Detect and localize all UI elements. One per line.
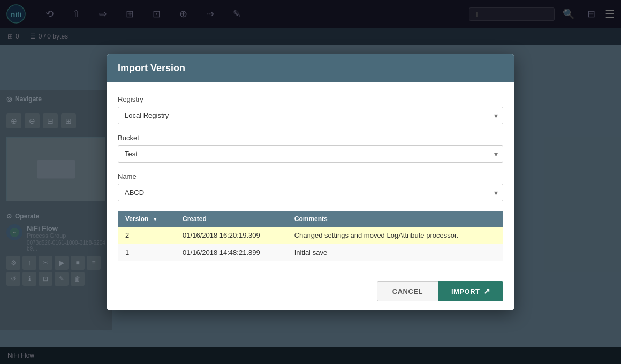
registry-select-wrapper: Local Registry ▾ (118, 107, 503, 124)
sort-arrow-icon: ▼ (153, 216, 158, 222)
row-created: 01/16/2018 16:20:19.309 (175, 227, 287, 244)
modal-footer: CANCEL IMPORT ↗ (107, 272, 514, 310)
bucket-label: Bucket (118, 134, 503, 142)
row-comments: Initial save (287, 244, 503, 261)
table-row[interactable]: 1 01/16/2018 14:48:21.899 Initial save (118, 244, 503, 261)
bucket-group: Bucket Test ▾ (118, 134, 503, 163)
registry-group: Registry Local Registry ▾ (118, 95, 503, 124)
registry-label: Registry (118, 95, 503, 103)
import-button[interactable]: IMPORT ↗ (438, 281, 503, 301)
modal-body: Registry Local Registry ▾ Bucket Test ▾ (107, 82, 514, 272)
name-select[interactable]: ABCD (118, 184, 503, 201)
row-comments: Changed settings and moved LogAttribute … (287, 227, 503, 244)
version-table-body: 2 01/16/2018 16:20:19.309 Changed settin… (118, 227, 503, 261)
table-row[interactable]: 2 01/16/2018 16:20:19.309 Changed settin… (118, 227, 503, 244)
registry-select[interactable]: Local Registry (118, 107, 503, 124)
import-version-modal: Import Version Registry Local Registry ▾… (107, 54, 514, 310)
name-select-wrapper: ABCD ▾ (118, 184, 503, 201)
modal-title: Import Version (118, 63, 185, 73)
name-group: Name ABCD ▾ (118, 172, 503, 201)
table-header-row: Version ▼ Created Comments (118, 211, 503, 227)
cancel-button[interactable]: CANCEL (377, 281, 438, 301)
bucket-select-wrapper: Test ▾ (118, 145, 503, 163)
row-version: 1 (118, 244, 175, 261)
version-column-header[interactable]: Version ▼ (118, 211, 175, 227)
version-table: Version ▼ Created Comments 2 (118, 211, 503, 261)
import-cursor-icon: ↗ (483, 286, 491, 296)
row-version: 2 (118, 227, 175, 244)
comments-column-header: Comments (287, 211, 503, 227)
name-label: Name (118, 172, 503, 180)
row-created: 01/16/2018 14:48:21.899 (175, 244, 287, 261)
import-button-label: IMPORT (451, 287, 480, 295)
bucket-select[interactable]: Test (118, 145, 503, 163)
created-column-header: Created (175, 211, 287, 227)
modal-header: Import Version (107, 54, 514, 82)
modal-overlay: Import Version Registry Local Registry ▾… (0, 0, 621, 364)
